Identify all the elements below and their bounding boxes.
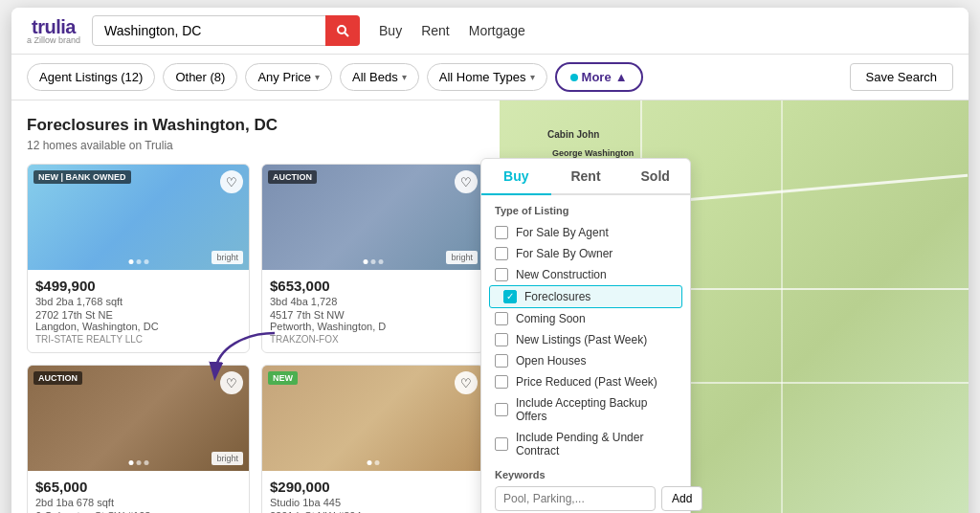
tab-buy[interactable]: Buy	[481, 159, 551, 195]
more-dot	[570, 74, 578, 81]
listings-count: 12 homes available on Trulia	[27, 139, 484, 152]
checkbox-new-construction	[495, 268, 508, 281]
label-backup-offers: Include Accepting Backup Offers	[516, 396, 677, 423]
label-open-houses: Open Houses	[516, 354, 586, 368]
label-pending-under-contract: Include Pending & Under Contract	[516, 431, 677, 457]
favorite-button[interactable]: ♡	[220, 170, 243, 193]
logo-trulia: trulia	[32, 17, 76, 36]
label-foreclosures: Foreclosures	[524, 290, 590, 303]
main-content: Foreclosures in Washington, DC 12 homes …	[11, 100, 969, 513]
type-of-listing-title: Type of Listing	[481, 195, 690, 222]
more-chevron: ▲	[615, 70, 628, 84]
keywords-label: Keywords	[495, 469, 677, 480]
filter-new-construction[interactable]: New Construction	[481, 264, 690, 285]
image-dots	[363, 259, 383, 264]
listing-details: 3bd 4ba 1,728	[270, 296, 476, 307]
nav-rent[interactable]: Rent	[421, 23, 450, 38]
label-coming-soon: Coming Soon	[516, 312, 586, 325]
filter-coming-soon[interactable]: Coming Soon	[481, 308, 690, 329]
image-dots	[128, 259, 148, 264]
keywords-input[interactable]	[495, 486, 656, 511]
more-filter-button[interactable]: More ▲	[555, 62, 643, 92]
bright-badge: bright	[212, 452, 243, 465]
image-dots	[367, 460, 379, 465]
listing-price: $499,900	[35, 278, 241, 294]
listing-card[interactable]: NEW ♡ $290,000 Studio 1ba 445 2201 L St …	[261, 365, 484, 513]
dropdown-tabs: Buy Rent Sold	[481, 159, 690, 195]
listing-info: $290,000 Studio 1ba 445 2201 L St NW #80…	[262, 471, 483, 513]
listing-price: $290,000	[270, 479, 476, 495]
listing-image: NEW | BANK OWNED ♡ bright	[28, 165, 249, 270]
keywords-add-button[interactable]: Add	[661, 486, 702, 511]
image-dots	[128, 460, 148, 465]
header: trulia a Zillow brand Buy Rent Mortgage	[11, 8, 969, 55]
more-filter-dropdown: Buy Rent Sold Type of Listing For Sale B…	[480, 158, 691, 513]
other-filter[interactable]: Other (8)	[163, 63, 237, 91]
listings-title: Foreclosures in Washington, DC	[27, 116, 484, 135]
label-price-reduced: Price Reduced (Past Week)	[516, 375, 657, 389]
beds-filter[interactable]: All Beds ▾	[340, 63, 419, 91]
bright-badge: bright	[446, 251, 478, 264]
filter-price-reduced[interactable]: Price Reduced (Past Week)	[481, 371, 690, 392]
listing-details: Studio 1ba 445	[270, 497, 476, 508]
checkbox-foreclosures	[503, 290, 517, 303]
listing-card[interactable]: AUCTION ♡ bright $653,000 3bd 4ba 1,728 …	[261, 164, 484, 353]
filter-for-sale-by-owner[interactable]: For Sale By Owner	[481, 243, 690, 264]
label-for-sale-by-agent: For Sale By Agent	[516, 226, 609, 239]
keywords-row: Add	[495, 486, 677, 511]
listing-details: 3bd 2ba 1,768 sqft	[35, 296, 241, 307]
keywords-section: Keywords Add	[481, 461, 690, 513]
listing-details: 2bd 1ba 678 sqft	[35, 497, 241, 508]
checkbox-for-sale-by-agent	[495, 226, 508, 239]
beds-chevron: ▾	[402, 72, 407, 82]
listing-address: 2702 17th St NE	[35, 309, 241, 321]
filter-foreclosures[interactable]: Foreclosures	[489, 285, 682, 308]
listing-address: 4517 7th St NW	[270, 309, 476, 321]
tab-sold[interactable]: Sold	[620, 159, 690, 193]
home-types-filter[interactable]: All Home Types ▾	[427, 63, 547, 91]
favorite-button[interactable]: ♡	[455, 371, 478, 394]
listing-price: $653,000	[270, 278, 476, 294]
filter-for-sale-by-agent[interactable]: For Sale By Agent	[481, 222, 690, 243]
listing-agent: TRAKZON-FOX	[270, 334, 476, 345]
search-input[interactable]	[92, 15, 360, 46]
price-filter[interactable]: Any Price ▾	[245, 63, 332, 91]
tab-rent[interactable]: Rent	[551, 159, 621, 193]
listing-info: $653,000 3bd 4ba 1,728 4517 7th St NW Pe…	[262, 270, 483, 352]
save-search-button[interactable]: Save Search	[850, 63, 953, 91]
listing-badge: AUCTION	[33, 371, 82, 385]
main-nav: Buy Rent Mortgage	[379, 23, 525, 38]
arrow-indicator	[208, 328, 284, 390]
bright-badge: bright	[212, 251, 243, 264]
label-new-listings: New Listings (Past Week)	[516, 333, 647, 346]
search-icon	[336, 24, 349, 37]
listing-badge: AUCTION	[268, 170, 317, 184]
checkbox-for-sale-by-owner	[495, 247, 508, 260]
listing-image: AUCTION ♡ bright	[262, 165, 483, 270]
checkbox-open-houses	[495, 354, 508, 368]
checkbox-backup-offers	[495, 403, 508, 416]
filter-new-listings[interactable]: New Listings (Past Week)	[481, 329, 690, 350]
listings-area: Foreclosures in Washington, DC 12 homes …	[11, 100, 500, 513]
svg-point-0	[338, 26, 345, 33]
favorite-button[interactable]: ♡	[455, 170, 478, 193]
search-button[interactable]	[325, 15, 360, 46]
checkbox-pending-under-contract	[495, 437, 508, 451]
listing-city: Petworth, Washington, D	[270, 321, 476, 332]
nav-mortgage[interactable]: Mortgage	[469, 23, 525, 38]
agent-listings-filter[interactable]: Agent Listings (12)	[27, 63, 155, 91]
checkbox-coming-soon	[495, 312, 508, 325]
filter-backup-offers[interactable]: Include Accepting Backup Offers	[481, 392, 690, 427]
filter-bar: Agent Listings (12) Other (8) Any Price …	[11, 55, 969, 100]
home-types-chevron: ▾	[530, 72, 535, 82]
nav-buy[interactable]: Buy	[379, 23, 402, 38]
logo-sub: a Zillow brand	[27, 36, 80, 45]
search-bar	[92, 15, 360, 46]
listing-card[interactable]: NEW | BANK OWNED ♡ bright $499,900 3bd 2…	[27, 164, 250, 353]
svg-line-1	[345, 33, 348, 36]
filter-pending-under-contract[interactable]: Include Pending & Under Contract	[481, 427, 690, 461]
listing-price: $65,000	[35, 479, 241, 495]
label-for-sale-by-owner: For Sale By Owner	[516, 247, 612, 260]
filter-open-houses[interactable]: Open Houses	[481, 350, 690, 371]
listing-image: NEW ♡	[262, 366, 483, 471]
